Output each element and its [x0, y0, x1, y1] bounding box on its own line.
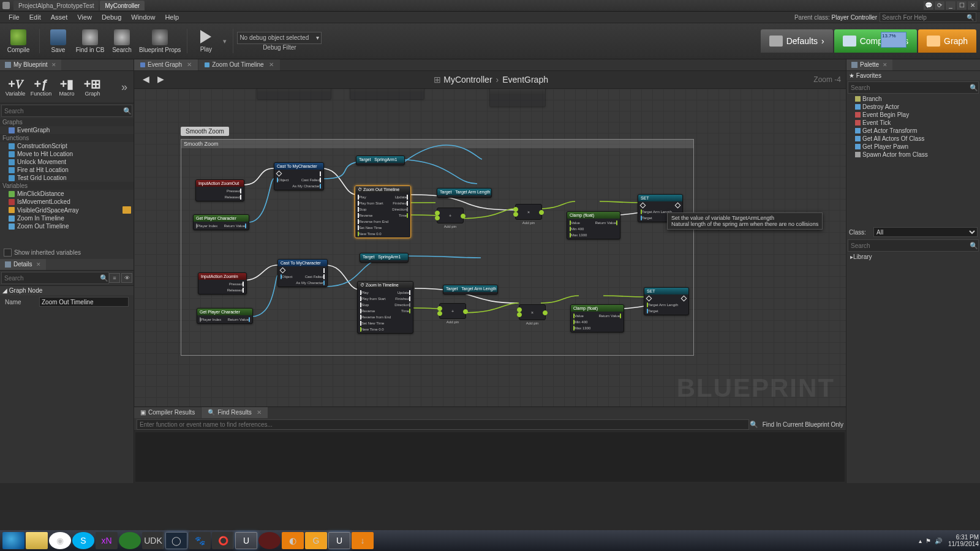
document-tab-project[interactable]: ProjectAlpha_PrototypeTest [13, 1, 99, 10]
save-button[interactable]: Save [43, 26, 73, 56]
tab-find-results[interactable]: 🔍Find Results✕ [202, 407, 268, 418]
tray-expand-icon[interactable]: ▴ [919, 538, 922, 544]
nav-forward-button[interactable]: ▶ [154, 74, 167, 85]
window-close[interactable]: ✕ [968, 1, 978, 10]
taskbar-app[interactable] [119, 532, 141, 549]
taskbar-skype[interactable]: S [72, 532, 94, 549]
details-category[interactable]: ◢ Graph Node [0, 286, 134, 295]
sync-icon[interactable]: ⟳ [935, 1, 944, 10]
menu-view[interactable]: View [72, 13, 97, 21]
taskbar-explorer[interactable] [26, 532, 48, 549]
tree-function[interactable]: Fire at Hit Location [0, 166, 134, 174]
compile-button[interactable]: Compile [4, 26, 33, 56]
tab-event-graph[interactable]: Event Graph✕ [134, 59, 198, 70]
taskbar-clock[interactable]: 6:31 PM11/19/2014 [948, 534, 979, 547]
taskbar-app[interactable]: G [305, 532, 327, 549]
find-input[interactable] [137, 419, 749, 430]
favorite-item[interactable]: Event Begin Play [846, 111, 980, 119]
tree-function[interactable]: Move to Hit Location [0, 150, 134, 158]
window-maximize[interactable]: ☐ [957, 1, 967, 10]
taskbar-chrome[interactable]: ◉ [49, 532, 71, 549]
details-search[interactable]: 🔍 [1, 272, 109, 284]
node-cast-to-mycharacter-2[interactable]: Cast To MyCharacter ObjectCast Failed As… [277, 259, 328, 287]
close-icon[interactable]: ✕ [51, 59, 56, 70]
favorites-header[interactable]: ★ Favorites [846, 71, 980, 80]
node-clamp-float-2[interactable]: Clamp (float) ValueReturn Value Min 400 … [570, 304, 624, 332]
node-springarm-ref-2[interactable]: Target SpringArm1 [360, 253, 409, 263]
node-inputaction-zoomout[interactable]: InputAction ZoomOut Pressed Released [195, 179, 244, 201]
favorite-item[interactable]: Get Player Pawn [846, 143, 980, 151]
search-button[interactable]: Search [107, 26, 137, 56]
my-blueprint-search[interactable]: 🔍 [1, 105, 132, 117]
tree-function[interactable]: Unlock Movement [0, 158, 134, 166]
view-list-icon[interactable]: ≡ [109, 273, 120, 283]
tree-variable[interactable]: IsMovementLocked [0, 198, 134, 206]
add-macro-button[interactable]: +▮Macro [54, 73, 80, 100]
taskbar-steam[interactable]: ◯ [165, 532, 187, 549]
node-clamp-float[interactable]: Clamp (float) ValueReturn Value Min 400 … [567, 211, 620, 239]
palette-library-search[interactable]: 🔍 [848, 239, 979, 252]
find-current-only-checkbox[interactable]: Find In Current Blueprint Only [763, 421, 843, 428]
palette-class-dropdown[interactable]: All [873, 227, 978, 237]
close-icon[interactable]: ✕ [36, 259, 41, 270]
favorite-item[interactable]: Destroy Actor [846, 103, 980, 111]
tab-zoom-out-timeline[interactable]: Zoom Out Timeline✕ [198, 59, 279, 70]
node-get-player-character-2[interactable]: Get Player Character Player IndexReturn … [197, 308, 253, 324]
node-zoom-out-timeline[interactable]: ⏱ Zoom Out Timeline PlayUpdate Play from… [355, 186, 411, 238]
node-target-arm-length-2[interactable]: Target Target Arm Length [443, 285, 498, 294]
node-target-arm-length[interactable]: Target Target Arm Length [437, 188, 492, 198]
tree-eventgraph[interactable]: EventGraph [0, 126, 134, 134]
taskbar-app[interactable]: ⭕ [212, 532, 234, 549]
add-graph-button[interactable]: +⊞Graph [80, 73, 105, 100]
node-cast-to-mycharacter[interactable]: Cast To MyCharacter ObjectCast Failed As… [274, 162, 324, 190]
find-in-cb-button[interactable]: Find in CB [75, 26, 105, 56]
start-button[interactable] [2, 532, 24, 549]
node-get-player-character[interactable]: Get Player Character Player IndexReturn … [193, 214, 249, 230]
view-eye-icon[interactable]: 👁 [121, 273, 132, 283]
node-zoom-in-timeline[interactable]: ⏱ Zoom In Timeline PlayUpdate Play from … [357, 281, 413, 334]
palette-search[interactable]: 🔍 [848, 81, 979, 94]
taskbar-ue4-editor[interactable]: U [328, 532, 350, 549]
menu-window[interactable]: Window [126, 13, 160, 21]
blueprint-props-button[interactable]: Blueprint Props [139, 26, 181, 56]
tree-variable[interactable]: VisibleGridSpaceArray [0, 206, 134, 214]
add-variable-button[interactable]: +𝑉Variable [2, 73, 28, 100]
add-function-button[interactable]: +ƒFunction [28, 73, 54, 100]
palette-tab[interactable]: Palette✕ [846, 59, 980, 71]
graph-breadcrumb[interactable]: ⊞ MyController›EventGraph [168, 75, 813, 84]
windows-taskbar[interactable]: ◉ S xN UDK ◯ 🐾 ⭕ U ◐ G U ↓ ▴ ⚑ 🔊 6:31 PM… [0, 530, 980, 551]
details-tab[interactable]: Details✕ [0, 259, 134, 271]
debug-object-dropdown[interactable]: No debug object selected▾ [237, 32, 322, 44]
tray-volume-icon[interactable]: 🔊 [935, 538, 942, 544]
node-inputaction-zoomin[interactable]: InputAction ZoomIn Pressed Released [198, 272, 247, 294]
taskbar-ue4[interactable]: U [235, 532, 257, 549]
menu-file[interactable]: File [4, 13, 24, 21]
node-multiply-float[interactable]: ×Add pin [515, 204, 542, 220]
menu-help[interactable]: Help [160, 13, 184, 21]
tree-function[interactable]: Test Grid Location [0, 174, 134, 182]
parent-class-link[interactable]: Player Controller [832, 14, 877, 21]
edit-icon[interactable] [123, 206, 131, 214]
expand-icon[interactable]: » [118, 81, 131, 94]
nav-back-button[interactable]: ◀ [139, 74, 153, 85]
notify-icon[interactable]: 💬 [924, 1, 933, 10]
system-tray[interactable]: ▴ ⚑ 🔊 6:31 PM11/19/2014 [919, 534, 980, 547]
menu-edit[interactable]: Edit [24, 13, 46, 21]
tray-flag-icon[interactable]: ⚑ [925, 538, 931, 544]
taskbar-app[interactable]: xN [96, 532, 118, 549]
window-minimize[interactable]: _ [946, 1, 956, 10]
tab-compiler-results[interactable]: ▣Compiler Results [134, 407, 201, 418]
help-search[interactable]: Search For Help🔍 [880, 12, 976, 22]
favorite-item[interactable]: Get All Actors Of Class [846, 135, 980, 143]
comment-label[interactable]: Smooth Zoom [181, 127, 229, 136]
node-add-float[interactable]: +Add pin [437, 208, 464, 223]
taskbar-blender[interactable]: ◐ [282, 532, 304, 549]
favorite-item[interactable]: Spawn Actor from Class [846, 151, 980, 159]
show-inherited-checkbox[interactable]: Show inherited variables [0, 246, 134, 259]
menu-asset[interactable]: Asset [46, 13, 73, 21]
menu-debug[interactable]: Debug [97, 13, 126, 21]
mode-graph-tab[interactable]: Graph [918, 29, 976, 53]
mode-defaults-tab[interactable]: Defaults › [761, 29, 833, 53]
favorite-item[interactable]: Event Tick [846, 119, 980, 127]
favorite-item[interactable]: Branch [846, 95, 980, 103]
